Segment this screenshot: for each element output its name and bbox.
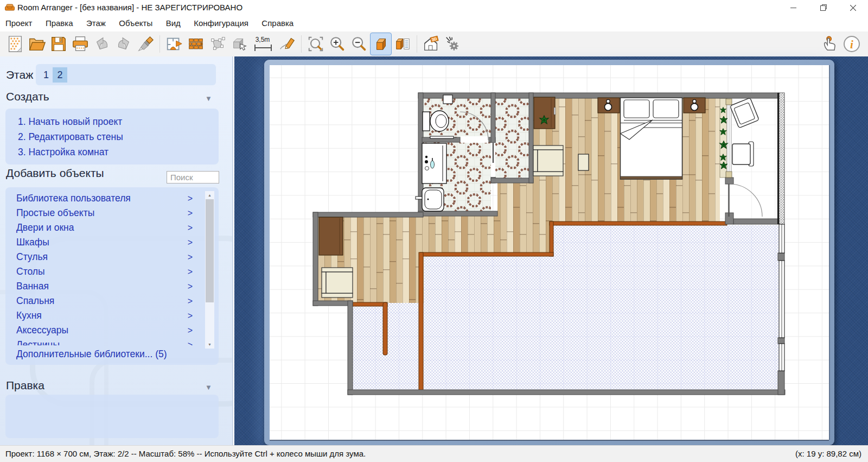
menu-help[interactable]: Справка: [256, 15, 299, 31]
category-tables[interactable]: Столы>: [5, 264, 219, 279]
category-bathroom[interactable]: Ванная>: [5, 279, 219, 294]
category-bedroom[interactable]: Спальня>: [5, 294, 219, 308]
edit-section-title: Правка: [6, 379, 44, 392]
create-box: 1. Начать новый проект 2. Редактировать …: [5, 109, 219, 164]
transform-points-button[interactable]: [207, 33, 228, 55]
category-simple-objects[interactable]: Простые объекты>: [5, 206, 219, 220]
zoom-to-fit-button[interactable]: [305, 33, 327, 55]
scrollbar-thumb[interactable]: [206, 199, 214, 302]
menu-bar: Проект Правка Этаж Объекты Вид Конфигура…: [0, 15, 868, 31]
floor-tabs: 1 2: [36, 64, 216, 85]
bathroom-vent[interactable]: [443, 95, 452, 104]
scroll-down-icon[interactable]: ▼: [205, 341, 214, 348]
new-project-button[interactable]: [4, 33, 26, 55]
category-accessories[interactable]: Аксессуары>: [5, 323, 219, 338]
create-link-2[interactable]: 2. Редактировать стены: [5, 129, 219, 144]
living-armchair[interactable]: [322, 268, 353, 298]
render-settings-button[interactable]: [442, 33, 464, 55]
measure-button[interactable]: 3,5m: [250, 33, 276, 55]
close-button[interactable]: [838, 0, 868, 15]
bedroom-armchair[interactable]: [533, 145, 563, 176]
towel-rail[interactable]: [430, 136, 454, 138]
create-section-title: Создать: [6, 90, 49, 103]
search-input[interactable]: [167, 171, 219, 183]
object-categories-box: Библиотека пользователя> Простые объекты…: [5, 187, 219, 365]
save-project-button[interactable]: [48, 33, 69, 55]
print-button[interactable]: [69, 33, 91, 55]
glass-outer-wall[interactable]: [777, 93, 784, 224]
washing-machine[interactable]: [422, 143, 446, 183]
svg-text:i: i: [850, 38, 853, 51]
open-project-button[interactable]: [26, 33, 48, 55]
draw-walls-button[interactable]: [276, 33, 298, 55]
undo-button[interactable]: [91, 33, 113, 55]
edit-walls-button[interactable]: [185, 33, 207, 55]
status-bar: Проект: 1168 × 700 см, Этаж: 2/2 -- Масш…: [0, 445, 868, 462]
drawing-sheet[interactable]: [270, 65, 829, 440]
view-3d-button[interactable]: [370, 33, 392, 55]
toilet[interactable]: [423, 111, 449, 131]
walk-through-3d-button[interactable]: 3D: [420, 33, 442, 55]
zoom-in-button[interactable]: [327, 33, 348, 55]
app-logo-icon: [5, 3, 15, 15]
edit-box: [5, 395, 219, 438]
window-title: Room Arranger - [без названия] - НЕ ЗАРЕ…: [17, 0, 242, 15]
minimize-button[interactable]: [778, 0, 808, 15]
category-wardrobes[interactable]: Шкафы>: [5, 235, 219, 250]
living-cabinet[interactable]: [319, 217, 343, 255]
menu-configuration[interactable]: Конфигурация: [188, 15, 254, 31]
scroll-up-icon[interactable]: ▲: [205, 192, 214, 199]
move-objects-button[interactable]: [228, 33, 250, 55]
category-chairs[interactable]: Стулья>: [5, 250, 219, 264]
menu-view[interactable]: Вид: [161, 15, 186, 31]
loggia-chair-2[interactable]: [732, 142, 754, 166]
create-collapse-icon[interactable]: ▼: [205, 94, 212, 103]
edit-room-button[interactable]: [163, 33, 185, 55]
status-cursor-position: (x: 19 y: 89,82 см): [795, 446, 861, 462]
status-project-info: Проект: 1168 × 700 см, Этаж: 2/2 -- Масш…: [5, 446, 366, 462]
canvas-area[interactable]: [234, 56, 868, 445]
bed[interactable]: [621, 98, 682, 179]
more-libraries-link[interactable]: Дополнительные библиотеки... (5): [16, 349, 167, 360]
menu-objects[interactable]: Объекты: [113, 15, 158, 31]
zoom-out-button[interactable]: [348, 33, 370, 55]
restore-button[interactable]: [808, 0, 838, 15]
format-painter-button[interactable]: [135, 33, 156, 55]
redo-button[interactable]: [113, 33, 135, 55]
category-user-library[interactable]: Библиотека пользователя>: [5, 191, 219, 206]
floor-tab-1[interactable]: 1: [40, 67, 53, 83]
toolbar: 3,5m 3D i: [0, 31, 868, 56]
category-doors-windows[interactable]: Двери и окна>: [5, 220, 219, 235]
svg-text:3,5m: 3,5m: [256, 36, 270, 43]
title-bar: Room Arranger - [без названия] - НЕ ЗАРЕ…: [0, 0, 868, 15]
view-3d-side-button[interactable]: [392, 33, 413, 55]
drawing-page: [264, 60, 834, 445]
bedroom-cabinet[interactable]: [534, 97, 556, 129]
category-stairs[interactable]: Лестницы>: [5, 338, 219, 345]
create-link-3[interactable]: 3. Настройка комнат: [5, 144, 219, 160]
category-list: Библиотека пользователя> Простые объекты…: [5, 191, 219, 345]
nightstand-left[interactable]: [598, 98, 620, 113]
menu-floor[interactable]: Этаж: [81, 15, 111, 31]
floor-label: Этаж: [6, 68, 33, 81]
about-button[interactable]: i: [841, 33, 863, 55]
add-objects-title: Добавить объекты: [6, 167, 104, 180]
menu-edit[interactable]: Правка: [40, 15, 79, 31]
create-link-1[interactable]: 1. Начать новый проект: [5, 114, 219, 129]
menu-project[interactable]: Проект: [0, 15, 37, 31]
terrace-windows[interactable]: [779, 224, 784, 371]
side-table[interactable]: [578, 154, 589, 170]
floor-tab-2[interactable]: 2: [53, 67, 67, 83]
floor-plan[interactable]: [270, 65, 829, 440]
glass-partition[interactable]: [726, 99, 732, 178]
edit-collapse-icon[interactable]: ▼: [205, 383, 212, 391]
touch-mode-button[interactable]: [819, 33, 841, 55]
nightstand-right[interactable]: [684, 98, 705, 113]
sidebar: Этаж 1 2 Создать ▼ 1. Начать новый проек…: [0, 56, 233, 445]
category-kitchen[interactable]: Кухня>: [5, 308, 219, 323]
category-scrollbar[interactable]: ▲ ▼: [205, 191, 214, 349]
